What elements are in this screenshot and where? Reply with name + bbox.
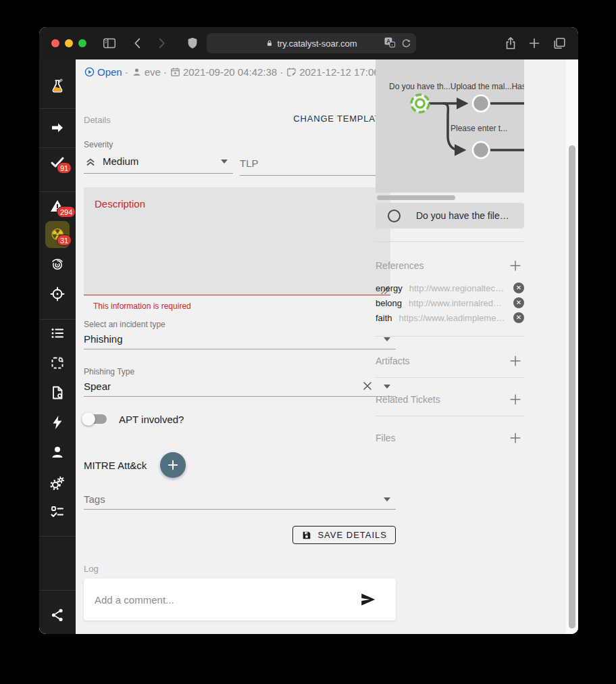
phishing-type-label: Phishing Type — [84, 367, 396, 376]
translate-icon[interactable]: A x — [383, 36, 396, 49]
sidebar-item-incidents-active[interactable]: ☢ 31 — [39, 222, 76, 247]
ticket-meta-header: Open· eve· 2021-09-20 04:42:38· 2021-12-… — [84, 64, 394, 80]
playbook-graph-canvas[interactable]: Do you have th...Upload the mal...Has — [376, 59, 524, 193]
send-comment-icon[interactable] — [359, 591, 377, 608]
artifacts-title: Artifacts — [376, 356, 410, 366]
modified-calendar-icon — [286, 66, 297, 78]
severity-medium-icon — [84, 155, 97, 168]
clear-selection-icon[interactable] — [361, 379, 374, 393]
remove-reference-icon[interactable]: ✕ — [513, 283, 524, 293]
tlp-select[interactable]: TLP — [240, 151, 396, 176]
reference-url[interactable]: http://www.regionaltec… — [409, 283, 513, 293]
mitre-row: MITRE Att&ck — [84, 452, 186, 478]
add-file-button[interactable] — [508, 431, 523, 445]
reference-url[interactable]: https://www.leadimpleme… — [399, 313, 513, 323]
reference-item: faith https://www.leadimpleme… ✕ — [376, 311, 524, 324]
comment-input[interactable] — [95, 594, 359, 606]
files-title: Files — [376, 433, 396, 443]
add-reference-button[interactable] — [508, 258, 523, 273]
sidebar-item-dashboards[interactable] — [39, 351, 76, 375]
artifacts-section-header: Artifacts — [376, 355, 524, 368]
task-list-icon — [49, 504, 66, 520]
change-template-button[interactable]: CHANGE TEMPLATE — [293, 114, 387, 124]
severity-value: Medium — [103, 155, 138, 167]
references-section-header: References — [376, 260, 524, 273]
remove-reference-icon[interactable]: ✕ — [513, 312, 524, 323]
tab-overview-icon[interactable] — [552, 36, 567, 51]
reference-url[interactable]: http://www.internalred… — [409, 298, 513, 308]
chevron-down-icon — [221, 160, 228, 164]
severity-select[interactable]: Medium — [84, 149, 233, 174]
sidebar-item-share[interactable] — [39, 603, 76, 627]
playbook-task-item[interactable]: Do you have the file… — [376, 203, 524, 228]
vertical-scrollbar[interactable] — [566, 59, 578, 634]
add-related-ticket-button[interactable] — [508, 392, 523, 407]
incident-type-label: Select an incident type — [84, 320, 396, 329]
incident-type-select[interactable]: Phishing — [84, 329, 396, 349]
svg-text:x: x — [391, 43, 393, 47]
incident-type-value: Phishing — [84, 333, 123, 345]
branch-node-label: Please enter t... — [451, 124, 507, 133]
playbook-panel: Do you have th...Upload the mal...Has — [376, 59, 524, 634]
mitre-label: MITRE Att&ck — [84, 460, 147, 471]
sidebar-item-forensics[interactable] — [39, 252, 76, 276]
add-artifact-button[interactable] — [508, 353, 523, 368]
sidebar-item-forward[interactable] — [39, 116, 76, 140]
references-title: References — [376, 260, 424, 271]
status-open-icon — [84, 66, 95, 78]
log-section-title: Log — [84, 564, 99, 574]
sidebar-item-alerts[interactable]: 294 — [39, 194, 76, 218]
sidebar-item-lists[interactable] — [39, 321, 76, 345]
desktop-background: try.catalyst-soar.com A x — [0, 0, 616, 684]
url-text: try.catalyst-soar.com — [277, 39, 357, 49]
privacy-shield-icon[interactable] — [185, 36, 200, 51]
arrow-right-icon — [49, 120, 66, 136]
fingerprint-icon — [49, 256, 66, 272]
plus-icon — [166, 458, 180, 472]
details-section-title: Details — [84, 115, 111, 125]
apt-toggle[interactable] — [84, 414, 107, 424]
tags-select[interactable]: Tags — [84, 489, 396, 510]
sidebar-item-hunting[interactable] — [39, 282, 76, 306]
sidebar-item-settings[interactable] — [39, 471, 76, 495]
reload-icon[interactable] — [401, 37, 412, 49]
zoom-window-button[interactable] — [78, 39, 86, 47]
ticket-owner: eve — [145, 66, 161, 78]
owner-icon — [131, 66, 143, 78]
files-section-header: Files — [376, 432, 524, 445]
description-textarea[interactable] — [84, 187, 390, 295]
sidebar-item-tasks[interactable]: 91 — [39, 150, 76, 174]
toggle-knob — [82, 412, 95, 426]
vertical-scrollbar-thumb[interactable] — [569, 145, 575, 629]
close-window-button[interactable] — [51, 39, 59, 47]
sidebar-item-users[interactable] — [39, 440, 76, 464]
sidebar-item-templates[interactable] — [39, 381, 76, 405]
task-node — [473, 95, 489, 112]
tasks-count-badge: 91 — [57, 162, 72, 174]
incidents-count-badge: 31 — [57, 235, 72, 246]
task-title: Do you have the file… — [416, 210, 509, 221]
reference-item: belong http://www.internalred… ✕ — [376, 296, 524, 310]
forward-button-icon[interactable] — [154, 36, 169, 51]
task-status-circle-icon[interactable] — [388, 210, 401, 222]
ticket-status[interactable]: Open — [97, 66, 122, 78]
back-button-icon[interactable] — [130, 36, 145, 51]
lightning-icon — [49, 414, 66, 431]
horizontal-scrollbar-thumb[interactable] — [377, 195, 455, 200]
sidebar-item-jobs[interactable] — [39, 499, 76, 524]
sidebar-toggle-icon[interactable] — [102, 36, 117, 51]
flask-logo-icon — [49, 78, 66, 95]
new-tab-icon[interactable] — [527, 36, 542, 51]
share-icon[interactable] — [503, 36, 518, 51]
app-sidebar: 91 294 ☢ 31 — [39, 59, 76, 634]
save-floppy-icon — [301, 530, 312, 541]
minimize-window-button[interactable] — [65, 39, 73, 47]
address-bar[interactable]: try.catalyst-soar.com A x — [207, 33, 416, 53]
phishing-type-select[interactable]: Spear — [84, 376, 396, 397]
add-mitre-button[interactable] — [160, 452, 186, 478]
comment-card — [84, 579, 396, 620]
sidebar-item-automations[interactable] — [39, 410, 76, 435]
remove-reference-icon[interactable]: ✕ — [513, 297, 524, 308]
task-node — [473, 142, 489, 158]
sidebar-item-home[interactable] — [39, 74, 76, 99]
